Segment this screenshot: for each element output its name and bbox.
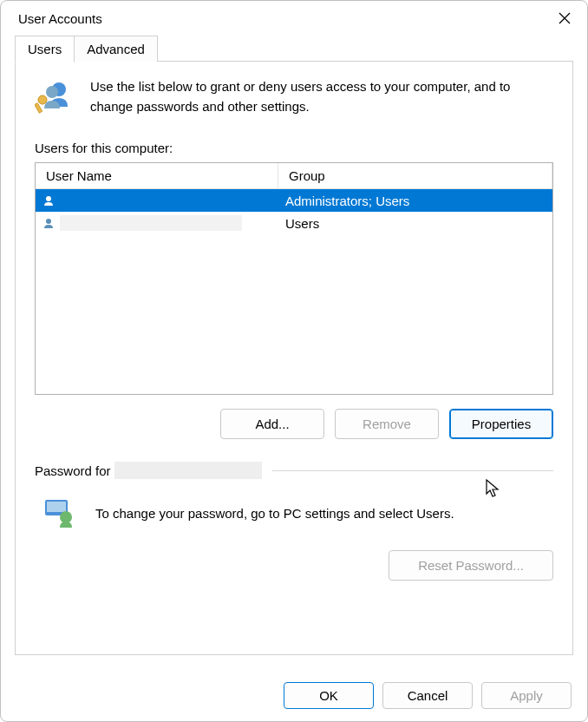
col-header-username[interactable]: User Name bbox=[36, 163, 278, 188]
close-icon bbox=[559, 12, 571, 24]
titlebar: User Accounts bbox=[1, 1, 587, 36]
user-buttons-row: Add... Remove Properties bbox=[35, 409, 553, 439]
svg-point-6 bbox=[46, 196, 51, 201]
close-button[interactable] bbox=[554, 8, 575, 29]
password-user-redacted bbox=[114, 462, 262, 479]
intro-text: Use the list below to grant or deny user… bbox=[90, 77, 553, 116]
password-label-text: Password for bbox=[35, 463, 111, 478]
cell-username bbox=[36, 189, 278, 212]
username-redacted bbox=[60, 193, 259, 208]
list-item[interactable]: Administrators; Users bbox=[36, 189, 552, 212]
user-accounts-window: User Accounts Users Advanced Use the lis… bbox=[0, 0, 588, 722]
ok-button[interactable]: OK bbox=[284, 682, 374, 709]
password-button-row: Reset Password... bbox=[35, 550, 553, 581]
svg-point-3 bbox=[46, 86, 58, 98]
intro-section: Use the list below to grant or deny user… bbox=[35, 77, 553, 116]
svg-rect-5 bbox=[35, 103, 42, 114]
cell-group: Users bbox=[278, 213, 552, 234]
user-icon bbox=[42, 217, 55, 229]
add-button[interactable]: Add... bbox=[220, 409, 324, 439]
reset-password-button: Reset Password... bbox=[389, 550, 553, 581]
tab-strip: Users Advanced bbox=[15, 36, 573, 62]
svg-rect-9 bbox=[47, 502, 66, 512]
list-label: Users for this computer: bbox=[35, 141, 553, 155]
users-key-icon bbox=[35, 77, 73, 115]
window-title: User Accounts bbox=[18, 11, 102, 26]
tab-panel-users: Use the list below to grant or deny user… bbox=[15, 61, 573, 655]
dialog-footer: OK Cancel Apply bbox=[1, 670, 587, 721]
svg-point-7 bbox=[46, 219, 51, 224]
cell-group: Administrators; Users bbox=[278, 190, 552, 212]
user-icon bbox=[42, 194, 55, 207]
password-icon bbox=[42, 495, 78, 531]
svg-point-4 bbox=[38, 95, 47, 104]
apply-button: Apply bbox=[481, 682, 572, 709]
cell-username bbox=[36, 212, 278, 234]
password-group-label: Password for bbox=[35, 462, 553, 479]
group-divider bbox=[272, 470, 553, 471]
properties-button[interactable]: Properties bbox=[449, 409, 553, 439]
tab-users[interactable]: Users bbox=[15, 36, 75, 62]
col-header-group[interactable]: Group bbox=[278, 163, 552, 188]
password-group: Password for To change your password, go… bbox=[35, 462, 553, 581]
username-redacted bbox=[60, 215, 242, 231]
cancel-button[interactable]: Cancel bbox=[382, 682, 473, 709]
password-body: To change your password, go to PC settin… bbox=[35, 479, 553, 540]
list-item[interactable]: Users bbox=[36, 212, 552, 234]
content-area: Users Advanced Use the list below to gra… bbox=[1, 36, 587, 670]
svg-point-10 bbox=[60, 511, 72, 523]
remove-button: Remove bbox=[335, 409, 439, 439]
users-listview[interactable]: User Name Group Administrators; Users bbox=[35, 162, 553, 395]
password-text: To change your password, go to PC settin… bbox=[95, 506, 454, 521]
tab-advanced[interactable]: Advanced bbox=[74, 36, 158, 62]
listview-header: User Name Group bbox=[36, 163, 552, 189]
